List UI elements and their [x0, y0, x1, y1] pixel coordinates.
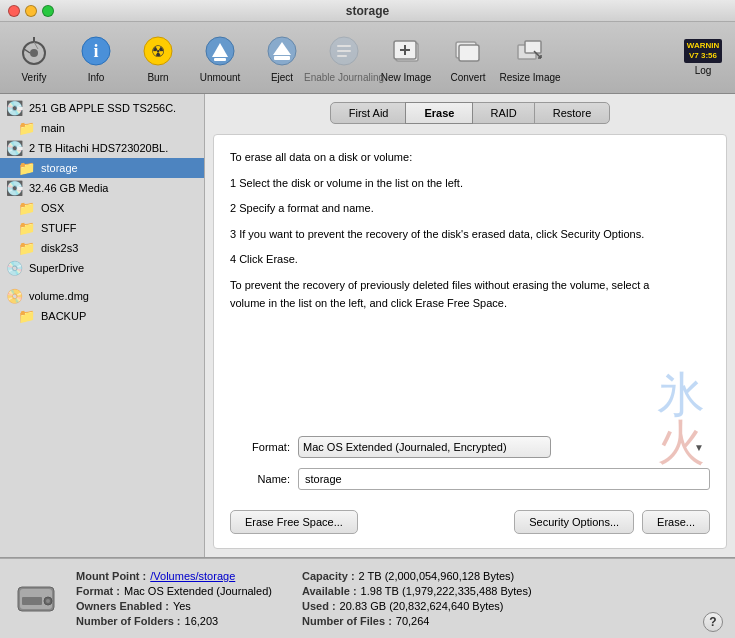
log-badge: WARNIN V7 3:56 [684, 39, 722, 62]
sidebar-item-disk2s3[interactable]: 📁 disk2s3 [0, 238, 204, 258]
volume-icon: 📁 [18, 200, 35, 216]
name-input[interactable] [298, 468, 710, 490]
status-mount-point: Mount Point : /Volumes/storage [76, 570, 272, 582]
svg-rect-14 [274, 56, 290, 60]
toolbar-new-image[interactable]: New Image [376, 29, 436, 87]
resize-image-label: Resize Image [499, 72, 560, 83]
disk-icon: 💽 [6, 140, 23, 156]
sidebar-item-disk1[interactable]: 💽 251 GB APPLE SSD TS256C. [0, 98, 204, 118]
info-icon: i [78, 33, 114, 69]
svg-rect-16 [337, 45, 351, 47]
eject-icon [264, 33, 300, 69]
convert-icon [450, 33, 486, 69]
resize-icon [512, 33, 548, 69]
convert-label: Convert [450, 72, 485, 83]
svg-rect-34 [22, 597, 42, 605]
toolbar-log[interactable]: WARNIN V7 3:56 Log [675, 39, 731, 75]
window-title: storage [346, 4, 389, 18]
format-select-wrapper: Mac OS Extended (Journaled, Encrypted) M… [298, 436, 710, 458]
erase-free-space-button[interactable]: Erase Free Space... [230, 510, 358, 534]
instruction-line-2: 1 Select the disk or volume in the list … [230, 175, 710, 193]
available-val: 1.98 TB (1,979,222,335,488 Bytes) [361, 585, 532, 597]
toolbar-unmount[interactable]: Unmount [190, 29, 250, 87]
sidebar-item-label: main [41, 122, 65, 134]
format-select[interactable]: Mac OS Extended (Journaled, Encrypted) M… [298, 436, 551, 458]
info-label: Info [88, 72, 105, 83]
tab-restore[interactable]: Restore [534, 102, 611, 124]
used-key: Used : [302, 600, 336, 612]
capacity-key: Capacity : [302, 570, 355, 582]
unmount-label: Unmount [200, 72, 241, 83]
status-capacity: Capacity : 2 TB (2,000,054,960,128 Bytes… [302, 570, 532, 582]
owners-enabled-val: Yes [173, 600, 191, 612]
unmount-icon [202, 33, 238, 69]
right-buttons: Security Options... Erase... [514, 510, 710, 534]
maximize-button[interactable] [42, 5, 54, 17]
instruction-line-4: 3 If you want to prevent the recovery of… [230, 226, 710, 244]
svg-point-3 [30, 49, 38, 57]
instruction-line-1: To erase all data on a disk or volume: [230, 149, 710, 167]
cdrom-icon: 💿 [6, 260, 23, 276]
tab-raid[interactable]: RAID [471, 102, 535, 124]
svg-line-2 [24, 49, 30, 53]
erase-instructions: To erase all data on a disk or volume: 1… [230, 149, 710, 312]
journaling-icon [326, 33, 362, 69]
erase-buttons: Erase Free Space... Security Options... … [230, 510, 710, 534]
used-val: 20.83 GB (20,832,624,640 Bytes) [340, 600, 504, 612]
disk-icon: 💽 [6, 180, 23, 196]
sidebar-item-label: BACKUP [41, 310, 86, 322]
available-key: Available : [302, 585, 357, 597]
status-num-folders: Number of Folders : 16,203 [76, 615, 272, 627]
svg-rect-28 [525, 41, 541, 53]
owners-enabled-key: Owners Enabled : [76, 600, 169, 612]
toolbar-resize-image[interactable]: Resize Image [500, 29, 560, 87]
journaling-label: Enable Journaling [304, 72, 384, 83]
help-button[interactable]: ? [703, 612, 723, 632]
eject-label: Eject [271, 72, 293, 83]
window-controls [8, 5, 54, 17]
status-bar: Mount Point : /Volumes/storage Format : … [0, 558, 735, 638]
name-row: Name: [230, 468, 710, 490]
erase-panel: To erase all data on a disk or volume: 1… [213, 134, 727, 549]
sidebar-item-storage[interactable]: 📁 storage [0, 158, 204, 178]
sidebar-item-media[interactable]: 💽 32.46 GB Media [0, 178, 204, 198]
sidebar-item-disk2[interactable]: 💽 2 TB Hitachi HDS723020BL. [0, 138, 204, 158]
tab-erase[interactable]: Erase [405, 102, 473, 124]
sidebar-item-superdrive[interactable]: 💿 SuperDrive [0, 258, 204, 278]
toolbar-verify[interactable]: Verify [4, 29, 64, 87]
verify-label: Verify [21, 72, 46, 83]
toolbar-info[interactable]: i Info [66, 29, 126, 87]
status-owners-enabled: Owners Enabled : Yes [76, 600, 272, 612]
status-format: Format : Mac OS Extended (Journaled) [76, 585, 272, 597]
log-label: Log [695, 65, 712, 76]
mount-point-val[interactable]: /Volumes/storage [150, 570, 235, 582]
format-val: Mac OS Extended (Journaled) [124, 585, 272, 597]
sidebar-item-label: 251 GB APPLE SSD TS256C. [29, 102, 176, 114]
sidebar-item-label: 2 TB Hitachi HDS723020BL. [29, 142, 168, 154]
erase-button[interactable]: Erase... [642, 510, 710, 534]
instruction-line-5: 4 Click Erase. [230, 251, 710, 269]
minimize-button[interactable] [25, 5, 37, 17]
tab-first-aid[interactable]: First Aid [330, 102, 408, 124]
sidebar-item-stuff[interactable]: 📁 STUFF [0, 218, 204, 238]
toolbar-convert[interactable]: Convert [438, 29, 498, 87]
instruction-line-6: To prevent the recovery of previously de… [230, 277, 710, 312]
close-button[interactable] [8, 5, 20, 17]
sidebar-item-backup[interactable]: 📁 BACKUP [0, 306, 204, 326]
new-image-label: New Image [381, 72, 432, 83]
toolbar-enable-journaling[interactable]: Enable Journaling [314, 29, 374, 87]
format-key: Format : [76, 585, 120, 597]
status-num-files: Number of Files : 70,264 [302, 615, 532, 627]
toolbar-burn[interactable]: ☢ Burn [128, 29, 188, 87]
volume-icon: 📁 [18, 308, 35, 324]
format-label: Format: [230, 441, 290, 453]
svg-rect-18 [337, 55, 347, 57]
security-options-button[interactable]: Security Options... [514, 510, 634, 534]
sidebar-item-osx[interactable]: 📁 OSX [0, 198, 204, 218]
sidebar-item-volumedmg[interactable]: 📀 volume.dmg [0, 286, 204, 306]
svg-rect-17 [337, 50, 351, 52]
num-files-val: 70,264 [396, 615, 430, 627]
sidebar-item-main[interactable]: 📁 main [0, 118, 204, 138]
sidebar-item-label: 32.46 GB Media [29, 182, 109, 194]
sidebar-item-label: SuperDrive [29, 262, 84, 274]
